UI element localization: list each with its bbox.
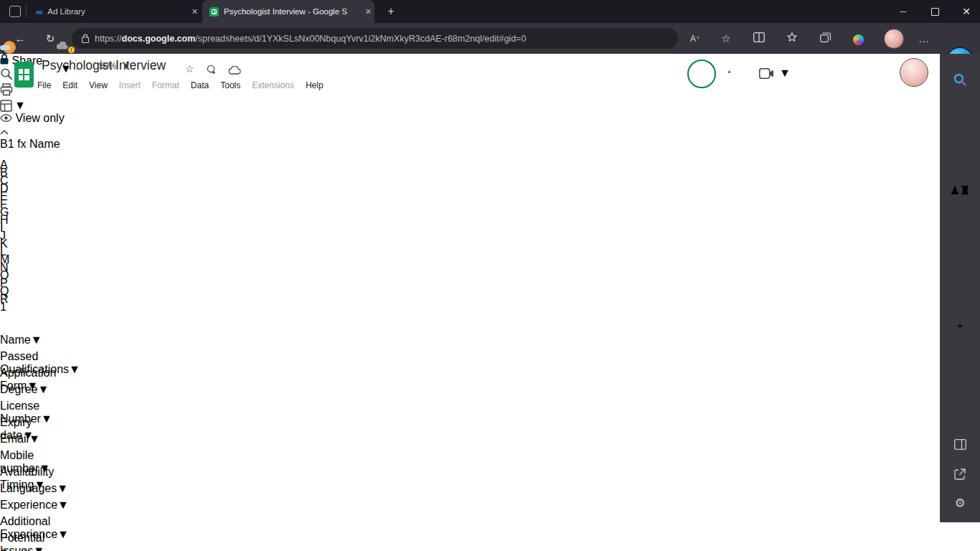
onedrive-warning-icon[interactable]: ! (56, 39, 72, 52)
favorites-icon[interactable] (783, 30, 801, 47)
cell-B1[interactable]: Name▼ (0, 334, 56, 350)
cell-D1[interactable]: Application Form▼ (0, 367, 37, 383)
cell-A1[interactable] (0, 317, 11, 334)
cell-C1[interactable]: Passed Qualifications▼ (0, 350, 49, 367)
cell-E1[interactable]: Degree▼ (0, 383, 41, 400)
filter-icon[interactable]: ▼ (69, 363, 80, 375)
formula-input[interactable]: Name (29, 138, 60, 150)
cell-O1[interactable]: Scoring from Jobba▼ (0, 548, 37, 551)
header-label: Name (0, 334, 31, 346)
cloud-saved-icon[interactable] (228, 65, 241, 77)
menu-tools[interactable]: Tools (215, 78, 246, 93)
menu-help[interactable]: Help (300, 78, 329, 93)
sidebar-search-icon[interactable] (950, 70, 970, 90)
column-header-M[interactable]: M (0, 253, 54, 261)
column-header-N[interactable]: N (0, 261, 38, 269)
column-header-B[interactable]: B (0, 166, 56, 174)
favorite-star-icon[interactable]: ☆ (717, 30, 735, 47)
filter-icon[interactable]: ▼ (57, 528, 69, 540)
filter-icon[interactable]: ▼ (29, 433, 40, 445)
column-header-F[interactable]: F (0, 198, 53, 206)
menu-data[interactable]: Data (185, 78, 215, 93)
filter-icon[interactable]: ▼ (41, 413, 52, 425)
filter-icon[interactable]: ▼ (31, 334, 42, 346)
chevron-down-icon: ▼ (14, 99, 26, 112)
read-aloud-icon[interactable]: A⌝ (686, 30, 703, 47)
cell-I1[interactable]: Mobile number▼ (0, 449, 42, 466)
grid-corner[interactable] (0, 151, 16, 159)
filter-icon[interactable]: ▼ (57, 499, 69, 511)
close-window-button[interactable]: ✕ (951, 0, 980, 23)
format-as-currency-icon[interactable]: ▼ (0, 99, 940, 112)
sidebar-add-icon[interactable]: + (950, 316, 970, 336)
maximize-button[interactable] (920, 0, 950, 23)
filter-icon[interactable]: ▼ (57, 482, 68, 494)
browser-tab-strip: ∞ Ad Library ✕ Psychologist Interview - … (0, 0, 980, 23)
cell-M1[interactable]: Additional Experience▼ (0, 515, 54, 532)
column-header-G[interactable]: G (0, 206, 51, 214)
zoom-select[interactable]: 50% ▼ (99, 61, 131, 71)
sidebar-designer-icon[interactable] (950, 260, 970, 281)
maximize-icon (931, 8, 939, 16)
sidebar-open-external-icon[interactable] (950, 464, 970, 484)
column-header-R[interactable]: R (0, 293, 63, 301)
sidebar-tools-icon[interactable] (950, 154, 970, 174)
column-header-C[interactable]: C (0, 174, 49, 182)
approval-status-icon[interactable] (207, 65, 217, 77)
cell-K1[interactable]: Languages▼ (0, 482, 39, 499)
cell-J1[interactable]: Availability Timing▼ (0, 466, 93, 482)
version-history-icon[interactable] (727, 65, 743, 84)
sheets-app: Psychologist Interview ☆ FileEditViewIns… (0, 54, 940, 522)
name-box[interactable]: B1 (0, 138, 14, 150)
collapse-toolbar-icon[interactable] (0, 125, 940, 138)
sidebar-settings-gear-icon[interactable]: ⚙ (950, 493, 970, 513)
column-header-O[interactable]: O (0, 269, 37, 277)
menu-insert: Insert (113, 78, 146, 93)
cell-H1[interactable]: Email▼ (0, 433, 115, 449)
browser-tab-sheets[interactable]: Psychologist Interview - Google S ✕ (202, 0, 374, 23)
column-header-H[interactable]: H (0, 214, 115, 222)
browser-profile-avatar[interactable] (884, 29, 904, 49)
column-header-A[interactable]: A (0, 159, 11, 166)
menu-view[interactable]: View (83, 78, 113, 93)
collections-icon[interactable] (816, 30, 834, 47)
cell-F1[interactable]: License Number▼ (0, 400, 53, 416)
chevron-down-icon[interactable]: ▼ (60, 62, 72, 75)
sidebar-drop-icon[interactable] (950, 286, 970, 306)
column-header-E[interactable]: E (0, 190, 41, 198)
column-header-P[interactable]: P (0, 277, 43, 285)
address-bar[interactable]: https://docs.google.com/spreadsheets/d/1… (72, 28, 678, 49)
star-icon[interactable]: ☆ (185, 63, 194, 75)
column-header-J[interactable]: J (0, 230, 93, 237)
column-header-D[interactable]: D (0, 182, 37, 190)
cell-N1[interactable]: Potential Issues▼ (0, 532, 38, 548)
video-call-icon[interactable]: ▼ (759, 67, 791, 80)
divider (76, 58, 77, 72)
sheets-logo-icon[interactable] (14, 62, 34, 88)
split-screen-icon[interactable] (750, 30, 768, 47)
sidebar-shopping-icon[interactable] (950, 127, 970, 147)
close-tab-icon[interactable]: ✕ (189, 7, 201, 17)
cell-L1[interactable]: Experience▼ (0, 499, 61, 515)
sidebar-games-icon[interactable]: ♟♜ (950, 180, 970, 200)
minimize-button[interactable]: ─ (888, 0, 918, 23)
tab-actions-icon[interactable] (9, 6, 21, 17)
account-avatar[interactable] (900, 58, 928, 87)
sidebar-m365-icon[interactable] (950, 207, 970, 227)
sidebar-panel-icon[interactable] (950, 434, 970, 454)
menu-file[interactable]: File (32, 78, 57, 93)
menu-edit[interactable]: Edit (57, 78, 83, 93)
new-tab-button[interactable]: + (383, 4, 399, 19)
column-header-K[interactable]: K (0, 237, 39, 245)
column-header-L[interactable]: L (0, 245, 61, 253)
mindnation-logo-icon (687, 60, 716, 88)
browser-tab-ad-library[interactable]: ∞ Ad Library ✕ (29, 0, 201, 23)
more-menu-icon[interactable]: … (915, 30, 933, 47)
column-header-Q[interactable]: Q (0, 285, 41, 293)
lock-icon (0, 54, 9, 65)
extensions-icon[interactable] (849, 30, 867, 47)
close-tab-icon[interactable]: ✕ (362, 7, 374, 17)
view-only-chip[interactable]: View only (0, 112, 940, 125)
sidebar-outlook-icon[interactable] (950, 235, 970, 255)
filter-icon[interactable]: ▼ (37, 383, 49, 395)
